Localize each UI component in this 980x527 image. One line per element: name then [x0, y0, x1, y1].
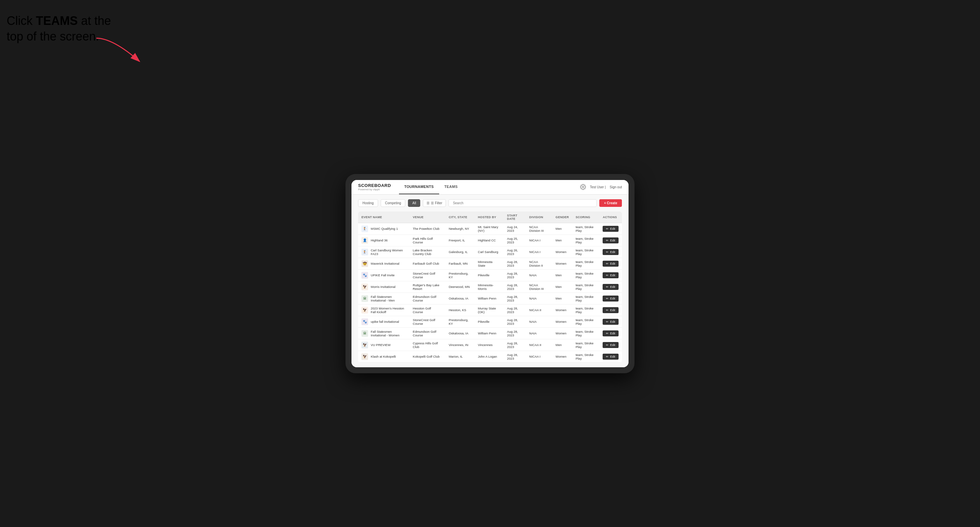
cell-division: NICAA I: [526, 235, 552, 246]
cell-hosted-by: Mt. Saint Mary (NY): [475, 223, 504, 235]
logo-subtitle: Powered by clippit: [358, 188, 391, 191]
filter-icon: ☰: [426, 201, 430, 205]
cell-gender: Men: [552, 339, 572, 351]
cell-hosted-by: Pikeville: [475, 316, 504, 327]
event-icon: 🏌: [361, 225, 368, 232]
cell-start-date: Aug 25, 2023: [504, 235, 526, 246]
cell-division: NICAA I: [526, 351, 552, 362]
cell-venue: Faribault Golf Club: [410, 258, 445, 269]
edit-button-0[interactable]: ✏ Edit: [603, 226, 619, 232]
edit-button-3[interactable]: ✏ Edit: [603, 261, 619, 267]
edit-button-10[interactable]: ✏ Edit: [603, 342, 619, 348]
table-row: 🦅 VU PREVIEW Cypress Hills Golf Club Vin…: [358, 339, 622, 351]
edit-button-7[interactable]: ✏ Edit: [603, 307, 619, 313]
event-name-text: Highland 36: [371, 238, 388, 242]
event-name-text: VU PREVIEW: [371, 343, 391, 347]
cell-start-date: Aug 26, 2023: [504, 246, 526, 258]
cell-scoring: team, Stroke Play: [573, 339, 600, 351]
edit-button-8[interactable]: ✏ Edit: [603, 319, 619, 325]
col-scoring: SCORING: [573, 211, 600, 223]
event-icon: 🏌: [361, 249, 368, 256]
cell-city-state: Galesburg, IL: [445, 246, 475, 258]
col-actions: ACTIONS: [599, 211, 622, 223]
edit-pencil-icon: ✏: [606, 227, 609, 230]
cell-start-date: Aug 28, 2023: [504, 281, 526, 292]
event-name-text: upike fall invitational: [371, 320, 399, 324]
cell-division: NAIA: [526, 269, 552, 281]
tablet-shell: SCOREBOARD Powered by clippit TOURNAMENT…: [345, 174, 635, 373]
edit-pencil-icon: ✏: [606, 332, 609, 335]
instruction-line2: at the: [78, 14, 111, 27]
col-event-name: EVENT NAME: [358, 211, 410, 223]
edit-pencil-icon: ✏: [606, 355, 609, 358]
cell-division: NCAA Division III: [526, 281, 552, 292]
competing-filter-btn[interactable]: Competing: [381, 199, 405, 207]
col-hosted-by: HOSTED BY: [475, 211, 504, 223]
signout-link[interactable]: Sign out: [609, 185, 622, 189]
table-row: 👤 Highland 36 Park Hills Golf Course Fre…: [358, 235, 622, 246]
cell-city-state: Freeport, IL: [445, 235, 475, 246]
cell-event-name: 🏛 Fall Statesmen Invitational - Women: [358, 327, 410, 339]
edit-button-1[interactable]: ✏ Edit: [603, 237, 619, 243]
cell-gender: Men: [552, 223, 572, 235]
user-text: Test User |: [590, 185, 606, 189]
create-button[interactable]: + Create: [599, 199, 622, 207]
cell-gender: Men: [552, 281, 572, 292]
cell-division: NAIA: [526, 316, 552, 327]
cell-gender: Women: [552, 304, 572, 316]
cell-city-state: Marion, IL: [445, 351, 475, 362]
edit-pencil-icon: ✏: [606, 308, 609, 312]
event-icon: 🤠: [361, 260, 368, 267]
filter-icon-btn[interactable]: ☰ ☰ Filter: [423, 199, 446, 207]
cell-gender: Women: [552, 258, 572, 269]
cell-venue: Edmundson Golf Course: [410, 327, 445, 339]
cell-hosted-by: William Penn: [475, 327, 504, 339]
table-row: 🐾 upike fall invitational StoneCrest Gol…: [358, 316, 622, 327]
cell-venue: Park Hills Golf Course: [410, 235, 445, 246]
cell-division: NICAA II: [526, 339, 552, 351]
hosting-filter-btn[interactable]: Hosting: [358, 199, 378, 207]
col-venue: VENUE: [410, 211, 445, 223]
cell-scoring: team, Stroke Play: [573, 351, 600, 362]
tab-teams[interactable]: TEAMS: [439, 180, 463, 195]
cell-city-state: Vincennes, IN: [445, 339, 475, 351]
cell-venue: StoneCrest Golf Course: [410, 316, 445, 327]
table-row: 🏛 Fall Statesmen Invitational - Women Ed…: [358, 327, 622, 339]
edit-button-6[interactable]: ✏ Edit: [603, 295, 619, 302]
event-name-text: UPIKE Fall Invite: [371, 273, 395, 277]
cell-scoring: team, Stroke Play: [573, 304, 600, 316]
edit-button-4[interactable]: ✏ Edit: [603, 272, 619, 278]
event-icon: 🏛: [361, 295, 368, 302]
cell-start-date: Aug 28, 2023: [504, 304, 526, 316]
cell-actions: ✏ Edit: [599, 304, 622, 316]
cell-start-date: Aug 28, 2023: [504, 258, 526, 269]
edit-button-11[interactable]: ✏ Edit: [603, 354, 619, 360]
cell-start-date: Aug 28, 2023: [504, 327, 526, 339]
table-row: 🤠 Maverick Invitational Faribault Golf C…: [358, 258, 622, 269]
tab-tournaments[interactable]: TOURNAMENTS: [399, 180, 439, 195]
app-header: SCOREBOARD Powered by clippit TOURNAMENT…: [352, 180, 628, 195]
event-name-text: 2023 Women's Hesston Fall Kickoff: [371, 306, 406, 314]
tournaments-table: EVENT NAME VENUE CITY, STATE HOSTED BY S…: [358, 211, 622, 363]
event-icon: 🦅: [361, 284, 368, 290]
cell-start-date: Aug 28, 2023: [504, 351, 526, 362]
edit-button-5[interactable]: ✏ Edit: [603, 284, 619, 290]
search-input[interactable]: [449, 199, 597, 207]
edit-button-9[interactable]: ✏ Edit: [603, 330, 619, 337]
cell-city-state: Oskaloosa, IA: [445, 327, 475, 339]
gear-icon[interactable]: [580, 184, 586, 190]
event-name-text: Klash at Kokopelli: [371, 355, 396, 358]
cell-venue: Hesston Golf Course: [410, 304, 445, 316]
table-row: 🏌 Carl Sandburg Women FA23 Lake Bracken …: [358, 246, 622, 258]
cell-scoring: team, Stroke Play: [573, 292, 600, 304]
edit-button-2[interactable]: ✏ Edit: [603, 249, 619, 255]
cell-actions: ✏ Edit: [599, 258, 622, 269]
all-filter-btn[interactable]: All: [408, 199, 420, 207]
cell-venue: Lake Bracken Country Club: [410, 246, 445, 258]
filter-label: ☰ Filter: [431, 201, 442, 205]
cell-gender: Women: [552, 351, 572, 362]
cell-hosted-by: Minnesota State: [475, 258, 504, 269]
cell-gender: Women: [552, 246, 572, 258]
event-name-text: Maverick Invitational: [371, 262, 399, 265]
cell-hosted-by: Pikeville: [475, 269, 504, 281]
